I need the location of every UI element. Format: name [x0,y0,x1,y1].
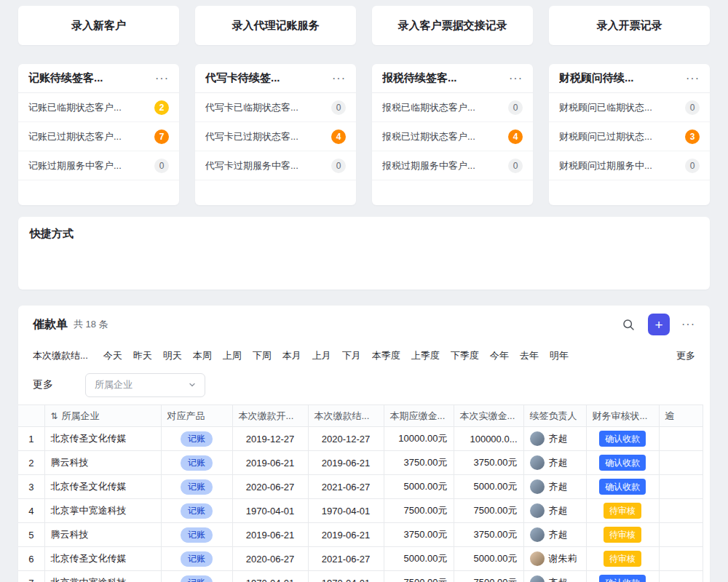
cell-company[interactable]: 腾云科技 [44,451,161,475]
cell-payment-end[interactable]: 1970-04-01 [308,499,384,523]
column-header-payment-end[interactable]: 本次缴款结... [308,405,384,427]
table-row[interactable]: 2 腾云科技 记账 2019-06-21 2019-06-21 3750.00元… [18,451,703,475]
date-filter-next-quarter[interactable]: 下季度 [451,349,479,362]
cell-company[interactable]: 北京传圣文化传媒 [44,475,161,499]
cell-amount-due[interactable]: 5000.00元 [384,547,454,571]
cell-partial[interactable] [659,475,703,499]
date-filter-this-week[interactable]: 本周 [193,349,212,362]
cell-amount-due[interactable]: 10000.00元 [384,427,454,451]
date-filter-this-month[interactable]: 本月 [282,349,301,362]
cell-audit-status[interactable]: 确认收款 [586,475,659,499]
cell-amount-due[interactable]: 3750.00元 [384,451,454,475]
cell-partial[interactable] [659,499,703,523]
company-select[interactable]: 所属企业 [85,373,205,397]
cell-amount-due[interactable]: 5000.00元 [384,475,454,499]
cell-partial[interactable] [659,451,703,475]
more-menu-icon[interactable]: ··· [332,73,346,84]
date-filter-last-week[interactable]: 上周 [223,349,242,362]
bill-handover-button[interactable]: 录入客户票据交接记录 [372,6,533,45]
bookkeeping-service-button[interactable]: 录入代理记账服务 [195,6,356,45]
date-filter-yesterday[interactable]: 昨天 [133,349,152,362]
cell-amount-paid[interactable]: 100000.0... [454,427,523,451]
cell-payment-start[interactable]: 2020-06-27 [232,475,308,499]
more-menu-icon[interactable]: ··· [155,73,169,84]
filter-field-label[interactable]: 本次缴款结... [33,349,88,362]
cell-payment-start[interactable]: 1970-04-01 [232,499,308,523]
date-filter-more[interactable]: 更多 [676,349,695,362]
cell-audit-status[interactable]: 确认收款 [586,451,659,475]
cell-payment-start[interactable]: 2020-06-27 [232,547,308,571]
stat-item[interactable]: 代写卡过期服务中客... 0 [195,151,356,180]
table-row[interactable]: 4 北京掌中宽途科技 记账 1970-04-01 1970-04-01 7500… [18,499,703,523]
cell-company[interactable]: 北京传圣文化传媒 [44,427,161,451]
cell-company[interactable]: 腾云科技 [44,523,161,547]
column-header-partial[interactable]: 逾 [659,405,703,427]
cell-partial[interactable] [659,547,703,571]
cell-payment-end[interactable]: 2020-12-27 [308,427,384,451]
cell-amount-paid[interactable]: 3750.00元 [454,523,523,547]
cell-amount-paid[interactable]: 5000.00元 [454,475,523,499]
cell-partial[interactable] [659,523,703,547]
cell-partial[interactable] [659,571,703,582]
column-header-owner[interactable]: 续签负责人 [523,405,586,427]
column-header-amount-paid[interactable]: 本次实缴金... [454,405,523,427]
cell-payment-start[interactable]: 1970-04-01 [232,571,308,582]
cell-owner[interactable]: 齐超 [523,427,586,451]
cell-company[interactable]: 北京掌中宽途科技 [44,499,161,523]
cell-product[interactable]: 记账 [161,427,232,451]
cell-product[interactable]: 记账 [161,499,232,523]
cell-product[interactable]: 记账 [161,451,232,475]
cell-amount-paid[interactable]: 7500.00元 [454,571,523,582]
cell-payment-end[interactable]: 2021-06-27 [308,475,384,499]
date-filter-next-week[interactable]: 下周 [253,349,272,362]
column-header-company[interactable]: ⇅ 所属企业 [44,405,161,427]
stat-item[interactable]: 代写卡已临期状态客... 0 [195,93,356,122]
more-menu-icon[interactable]: ··· [681,319,695,330]
date-filter-next-year[interactable]: 明年 [550,349,569,362]
cell-product[interactable]: 记账 [161,547,232,571]
date-filter-last-quarter[interactable]: 上季度 [411,349,440,362]
date-filter-last-month[interactable]: 上月 [312,349,331,362]
date-filter-tomorrow[interactable]: 明天 [163,349,182,362]
column-header-amount-due[interactable]: 本期应缴金... [384,405,454,427]
cell-amount-due[interactable]: 7500.00元 [384,571,454,582]
cell-owner[interactable]: 齐超 [523,571,586,582]
cell-amount-paid[interactable]: 3750.00元 [454,451,523,475]
search-button[interactable] [621,317,636,332]
cell-audit-status[interactable]: 待审核 [586,523,659,547]
cell-amount-due[interactable]: 7500.00元 [384,499,454,523]
cell-amount-paid[interactable]: 7500.00元 [454,499,523,523]
cell-company[interactable]: 北京掌中宽途科技 [44,571,161,582]
more-menu-icon[interactable]: ··· [509,73,523,84]
cell-payment-start[interactable]: 2019-06-21 [232,451,308,475]
table-row[interactable]: 5 腾云科技 记账 2019-06-21 2019-06-21 3750.00元… [18,523,703,547]
cell-audit-status[interactable]: 待审核 [586,499,659,523]
cell-partial[interactable] [659,427,703,451]
cell-owner[interactable]: 齐超 [523,451,586,475]
column-header-audit-status[interactable]: 财务审核状... [586,405,659,427]
stat-item[interactable]: 报税已过期状态客户... 4 [372,122,533,151]
stat-item[interactable]: 代写卡已过期状态客... 4 [195,122,356,151]
date-filter-next-month[interactable]: 下月 [342,349,361,362]
cell-amount-paid[interactable]: 5000.00元 [454,547,523,571]
stat-item[interactable]: 财税顾问已过期状态... 3 [549,122,710,151]
stat-item[interactable]: 财税顾问已临期状态... 0 [549,93,710,122]
column-header-product[interactable]: 对应产品 [161,405,232,427]
invoicing-record-button[interactable]: 录入开票记录 [549,6,710,45]
date-filter-last-year[interactable]: 去年 [520,349,539,362]
cell-payment-start[interactable]: 2019-12-27 [232,427,308,451]
stat-item[interactable]: 报税已临期状态客户... 0 [372,93,533,122]
table-row[interactable]: 3 北京传圣文化传媒 记账 2020-06-27 2021-06-27 5000… [18,475,703,499]
stat-item[interactable]: 记账已临期状态客户... 2 [18,93,179,122]
cell-owner[interactable]: 齐超 [523,523,586,547]
date-filter-this-quarter[interactable]: 本季度 [372,349,400,362]
cell-product[interactable]: 记账 [161,523,232,547]
stat-item[interactable]: 记账过期服务中客户... 0 [18,151,179,180]
more-filters-link[interactable]: 更多 [33,378,53,391]
stat-item[interactable]: 报税过期服务中客户... 0 [372,151,533,180]
new-customer-button[interactable]: 录入新客户 [18,6,179,45]
date-filter-today[interactable]: 今天 [103,349,122,362]
cell-audit-status[interactable]: 确认收款 [586,571,659,582]
stat-item[interactable]: 财税顾问过期服务中... 0 [549,151,710,180]
stat-item[interactable]: 记账已过期状态客户... 7 [18,122,179,151]
